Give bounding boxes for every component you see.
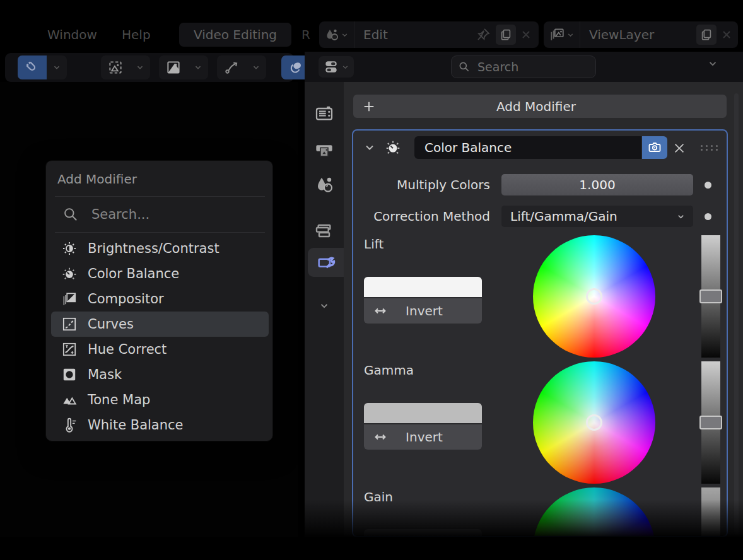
snap-options-dropdown[interactable] (47, 55, 67, 79)
display-mode-dropdown[interactable] (188, 55, 208, 79)
menu-help[interactable]: Help (122, 21, 151, 48)
lift-color-swatch[interactable] (364, 277, 482, 297)
gamma-color-swatch[interactable] (364, 403, 482, 423)
hue-correct-icon (61, 341, 78, 358)
menu-item-curves[interactable]: Curves (51, 312, 269, 337)
tab-render-properties[interactable] (305, 99, 344, 128)
correction-method-dropdown[interactable]: Lift/Gamma/Gain (501, 206, 693, 227)
tab-scene-properties[interactable] (305, 170, 344, 199)
menu-search[interactable] (55, 201, 265, 228)
bottom-fade (305, 499, 743, 539)
mask-icon (61, 366, 78, 383)
workspace-tab-partial[interactable]: R (301, 21, 310, 48)
color-balance-icon (385, 139, 401, 156)
view-layer-browse-button[interactable] (544, 21, 580, 48)
camera-icon (647, 140, 662, 155)
display-mode-button[interactable] (159, 55, 188, 79)
menu-item-label: Curves (88, 317, 134, 332)
menu-search-input[interactable] (90, 206, 229, 223)
render-toggle-button[interactable] (642, 136, 667, 159)
properties-editor-header (305, 52, 743, 82)
compositor-icon (61, 291, 78, 307)
collapse-chevron-icon[interactable] (363, 141, 376, 154)
add-modifier-menu: Add Modifier Brightness/Contrast (45, 160, 273, 441)
menu-item-brightness-contrast[interactable]: Brightness/Contrast (51, 236, 269, 261)
new-scene-button[interactable] (496, 25, 516, 45)
properties-editor: Add Modifier (305, 82, 743, 560)
white-balance-icon (61, 417, 78, 433)
snap-toggle-button[interactable] (18, 55, 47, 79)
pin-icon[interactable] (476, 27, 491, 42)
gamma-slider-handle[interactable] (699, 416, 722, 429)
preview-region-dropdown[interactable] (130, 55, 150, 79)
view-layer-name[interactable]: ViewLayer (580, 27, 696, 42)
new-view-layer-button[interactable] (696, 25, 717, 45)
drag-grip-icon[interactable] (699, 144, 719, 151)
menu-item-label: Compositor (88, 291, 164, 306)
chevron-down-icon (341, 31, 349, 39)
gamma-value-slider[interactable] (701, 361, 720, 484)
tab-modifier-properties[interactable] (308, 248, 344, 277)
render-camera-icon (314, 103, 334, 124)
search-input[interactable] (476, 59, 577, 74)
scene-name[interactable]: Edit (354, 27, 476, 42)
add-modifier-button[interactable]: Add Modifier (353, 95, 727, 118)
unlink-scene-icon[interactable] (520, 28, 532, 41)
correction-method-keyframe-dot[interactable] (705, 213, 711, 220)
printer-icon (314, 139, 334, 160)
multiply-colors-slider[interactable]: 1.000 (501, 174, 693, 195)
menu-item-compositor[interactable]: Compositor (51, 286, 269, 312)
proportional-falloff-dropdown[interactable] (246, 55, 266, 79)
modifier-name-field[interactable]: Color Balance (414, 136, 641, 159)
menu-item-label: White Balance (88, 417, 184, 433)
tab-strip-properties[interactable] (305, 216, 344, 245)
remove-view-layer-icon[interactable] (720, 28, 733, 41)
preview-region-button[interactable] (101, 55, 130, 79)
tab-output-properties[interactable] (305, 135, 344, 164)
proportional-falloff-button[interactable] (217, 55, 246, 79)
topbar: Window Help Video Editing R Edit (0, 21, 743, 49)
menu-item-tone-map[interactable]: Tone Map (51, 387, 269, 412)
view-layer-selector[interactable]: ViewLayer (544, 21, 738, 48)
scene-icon (324, 27, 339, 42)
properties-search[interactable] (451, 55, 596, 78)
blender-window: Window Help Video Editing R Edit (0, 0, 743, 560)
close-icon[interactable] (672, 141, 686, 155)
multiply-colors-label: Multiply Colors (353, 177, 490, 192)
multiply-colors-keyframe-dot[interactable] (705, 182, 711, 189)
properties-tab-strip (305, 82, 344, 560)
add-modifier-label: Add Modifier (382, 99, 690, 114)
menu-title: Add Modifier (57, 172, 137, 187)
editor-type-button[interactable] (319, 56, 354, 78)
properties-options-dropdown[interactable] (707, 58, 718, 69)
menu-item-label: Color Balance (88, 266, 179, 281)
menu-item-label: Hue Correct (88, 342, 167, 357)
menu-item-white-balance[interactable]: White Balance (51, 412, 269, 438)
tone-map-icon (61, 392, 78, 408)
menu-item-hue-correct[interactable]: Hue Correct (51, 337, 269, 362)
menu-item-label: Brightness/Contrast (88, 241, 219, 256)
menu-item-color-balance[interactable]: Color Balance (51, 261, 269, 286)
gamma-wheel-cursor[interactable] (586, 414, 602, 431)
workspace-tab-video-editing[interactable]: Video Editing (179, 23, 291, 47)
sequencer-toolbar (5, 53, 294, 82)
menu-window[interactable]: Window (47, 21, 97, 48)
lift-value-slider[interactable] (701, 235, 720, 358)
lift-wheel-cursor[interactable] (586, 288, 602, 305)
gamma-invert-button[interactable]: Invert (364, 424, 482, 450)
tab-strip-expand-chevron[interactable] (305, 291, 344, 320)
menu-separator (55, 232, 265, 233)
properties-scrollbar[interactable] (734, 93, 739, 535)
lift-invert-button[interactable]: Invert (364, 298, 482, 324)
arrows-leftright-icon (373, 429, 388, 445)
modifier-panel-header: Color Balance (353, 131, 727, 165)
chevron-down-icon (341, 63, 349, 71)
chevron-down-icon (676, 212, 686, 221)
wrench-icon (316, 252, 336, 272)
menu-item-mask[interactable]: Mask (51, 362, 269, 387)
scene-selector[interactable]: Edit (319, 21, 539, 48)
scene-browse-button[interactable] (319, 21, 354, 48)
brightness-contrast-icon (61, 240, 78, 257)
view-layers-icon (549, 26, 565, 43)
lift-slider-handle[interactable] (699, 289, 722, 303)
